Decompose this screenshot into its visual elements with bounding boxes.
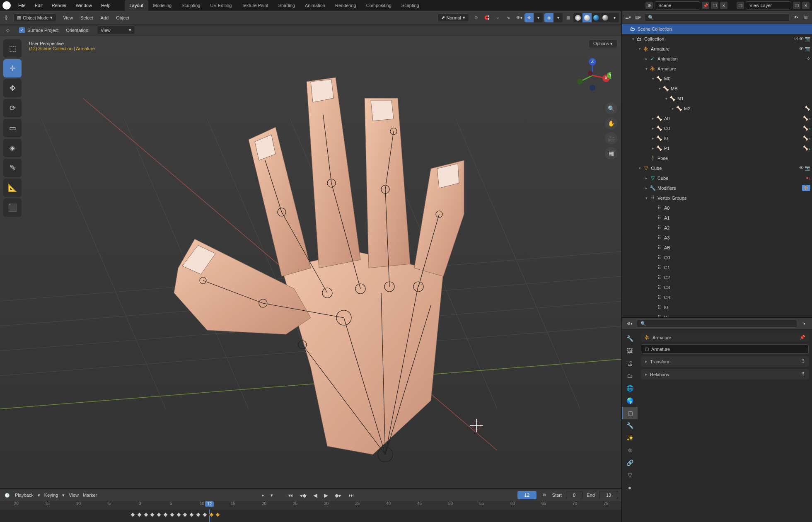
vg-A3[interactable]: ⠿A3 <box>622 233 812 243</box>
tab-modeling[interactable]: Modeling <box>148 0 177 11</box>
tool-annotate[interactable]: ✎ <box>3 159 22 177</box>
disclosure-icon[interactable]: ▾ <box>663 97 669 101</box>
disclosure-icon[interactable]: ▸ <box>650 146 656 150</box>
ptab-output[interactable]: 🖨 <box>622 357 638 370</box>
new-viewlayer-icon[interactable]: ❐ <box>793 2 800 9</box>
ptab-scene[interactable]: 🌐 <box>622 382 638 394</box>
armature-data[interactable]: ▾⛹Armature <box>622 64 812 74</box>
ptab-material[interactable]: ● <box>622 481 638 494</box>
tool-measure[interactable]: 📐 <box>3 179 22 197</box>
object-menu[interactable]: Object <box>113 14 133 22</box>
props-options-icon[interactable]: ▾ <box>800 320 808 327</box>
ptab-world[interactable]: 🌎 <box>622 394 638 407</box>
key-prev-icon[interactable]: ◂◆ <box>298 492 308 498</box>
keyframe[interactable] <box>215 512 221 517</box>
menu-render[interactable]: Render <box>48 1 71 10</box>
frame-end[interactable]: 13 <box>599 491 618 499</box>
tool-select-box[interactable]: ⬚ <box>3 39 22 58</box>
nav-persp-icon[interactable]: ▦ <box>605 147 617 160</box>
disclosure-icon[interactable]: ▸ <box>670 106 676 111</box>
new-scene-icon[interactable]: ❐ <box>711 2 718 9</box>
filter-icon[interactable]: ⧩▾ <box>792 14 800 21</box>
props-editor-icon[interactable]: ⚙▾ <box>626 320 633 327</box>
bone-p1[interactable]: ▸🦴P1🦴₂ <box>622 143 812 153</box>
ptab-physics[interactable]: ⚛ <box>622 444 638 457</box>
play-rev-icon[interactable]: ◀ <box>312 492 319 498</box>
tab-rendering[interactable]: Rendering <box>330 0 361 11</box>
animation-data[interactable]: ▸✓Animation✧ <box>622 54 812 64</box>
ptab-viewlayer[interactable]: 🗂 <box>622 370 638 382</box>
tool-scale[interactable]: ▭ <box>3 119 22 137</box>
viewlayer-icon[interactable]: ❒ <box>737 2 744 9</box>
jump-start-icon[interactable]: ⏮ <box>286 492 294 498</box>
snap-icon[interactable]: 🧲 <box>483 14 491 22</box>
bone-m2[interactable]: ▸🦴M2🦴 <box>622 104 812 114</box>
display-mode-icon[interactable]: ▤▾ <box>634 14 642 21</box>
vg-A1[interactable]: ⠿A1 <box>622 213 812 223</box>
keyframe[interactable] <box>202 512 208 517</box>
outliner-tree[interactable]: 🗁Scene Collection▾🗀Collection☑👁📷▾⛹Armatu… <box>622 24 812 317</box>
disclosure-icon[interactable]: ▾ <box>650 77 656 81</box>
xray-icon[interactable]: ▤ <box>564 14 572 22</box>
gizmo-toggle-icon[interactable]: ✥ <box>524 13 534 22</box>
ptab-particles[interactable]: ✨ <box>622 432 638 444</box>
jump-end-icon[interactable]: ⏭ <box>347 492 355 498</box>
vg-C1[interactable]: ⠿C1 <box>622 263 812 273</box>
select-menu[interactable]: Select <box>77 14 97 22</box>
tab-layout[interactable]: Layout <box>125 0 148 11</box>
keyframe[interactable] <box>196 512 201 517</box>
vg-I0[interactable]: ⠿I0 <box>622 302 812 312</box>
scene-browser-icon[interactable]: ⚙ <box>645 2 653 9</box>
vg-C0[interactable]: ⠿C0 <box>622 253 812 263</box>
tab-compositing[interactable]: Compositing <box>361 0 396 11</box>
curves-icon[interactable]: ∿ <box>505 14 512 22</box>
keying-menu[interactable]: Keying <box>44 493 58 498</box>
disclosure-icon[interactable]: ▾ <box>657 87 662 91</box>
play-icon[interactable]: ▶ <box>323 492 329 498</box>
key-next-icon[interactable]: ◆▸ <box>334 492 343 498</box>
keyframe[interactable] <box>163 512 168 517</box>
overlay-dd-icon[interactable]: ▾ <box>553 13 563 22</box>
pose-data[interactable]: 🕴Pose <box>622 153 812 163</box>
bone-m0[interactable]: ▾🦴M0 <box>622 74 812 84</box>
scene-name-input[interactable] <box>655 1 700 10</box>
disclosure-icon[interactable]: ▾ <box>643 67 649 71</box>
disclosure-icon[interactable]: ▾ <box>637 47 643 51</box>
disclosure-icon[interactable]: ▸ <box>650 126 656 130</box>
close-scene-icon[interactable]: ✕ <box>720 2 727 9</box>
vg-AB[interactable]: ⠿AB <box>622 243 812 253</box>
timeline-ruler[interactable]: -20-15-10-505101520253035404550556065707… <box>0 501 621 510</box>
object-name-input[interactable] <box>651 347 805 352</box>
nav-camera-icon[interactable]: 🎥 <box>605 132 617 145</box>
keyframe[interactable] <box>169 512 175 517</box>
keyframe[interactable] <box>156 512 162 517</box>
outliner-editor-icon[interactable]: ☰▾ <box>624 14 632 21</box>
proportional-icon[interactable]: ○ <box>494 14 501 22</box>
ptab-data[interactable]: ▽ <box>622 469 638 481</box>
disclosure-icon[interactable]: ▾ <box>637 166 643 170</box>
add-menu[interactable]: Add <box>97 14 112 22</box>
mode-dropdown[interactable]: ▦Object Mode▾ <box>13 13 56 22</box>
tab-scripting[interactable]: Scripting <box>396 0 424 11</box>
disclosure-icon[interactable]: ▸ <box>643 57 649 61</box>
shading-dd-icon[interactable]: ▾ <box>610 13 619 22</box>
keyframe[interactable] <box>209 512 214 517</box>
vg-C2[interactable]: ⠿C2 <box>622 273 812 283</box>
shading-solid-icon[interactable] <box>582 13 592 22</box>
tab-shading[interactable]: Shading <box>273 0 300 11</box>
tool-move[interactable]: ✥ <box>3 79 22 97</box>
keyframe[interactable] <box>130 512 135 517</box>
tab-sculpting[interactable]: Sculpting <box>176 0 205 11</box>
tab-texpaint[interactable]: Texture Paint <box>237 0 273 11</box>
pin-icon[interactable]: 📌 <box>702 2 709 9</box>
frame-current[interactable]: 12 <box>517 491 536 499</box>
surface-project-checkbox[interactable]: ✓ <box>19 27 25 33</box>
bone-m1[interactable]: ▾🦴M1 <box>622 94 812 104</box>
nav-zoom-icon[interactable]: 🔍 <box>605 102 617 115</box>
cube-data[interactable]: ▸▽Cube●₂ <box>622 173 812 183</box>
shading-render-icon[interactable] <box>601 13 610 22</box>
props-search[interactable] <box>637 319 797 328</box>
disclosure-icon[interactable]: ▸ <box>643 186 649 190</box>
ptab-render[interactable]: 🖼 <box>622 345 638 357</box>
overlay-toggle-icon[interactable]: ◉ <box>544 13 553 22</box>
